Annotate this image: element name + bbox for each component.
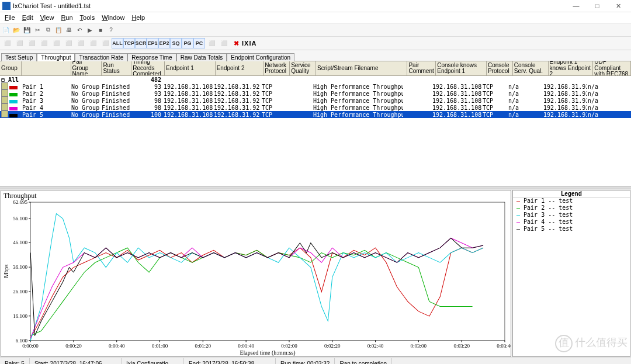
grid-header: Group Pair Group Name Run Status Timing … bbox=[0, 61, 631, 76]
maximize-button[interactable]: □ bbox=[587, 0, 608, 12]
svg-text:Elapsed time (h:mm:ss): Elapsed time (h:mm:ss) bbox=[240, 349, 295, 356]
minimize-button[interactable]: — bbox=[566, 0, 587, 12]
tool-icon[interactable]: ⬜ bbox=[63, 38, 74, 48]
row-allpairs[interactable]: ⊟ All Pairs482 bbox=[0, 76, 631, 83]
svg-rect-0 bbox=[30, 202, 505, 341]
svg-text:0:02:00: 0:02:00 bbox=[281, 343, 297, 349]
svg-text:26.100: 26.100 bbox=[13, 289, 27, 294]
tool-icon[interactable]: ⬜ bbox=[75, 38, 86, 48]
app-icon bbox=[2, 2, 11, 10]
filter-pg[interactable]: PG bbox=[182, 38, 193, 48]
tool-icon[interactable]: ⬜ bbox=[26, 38, 37, 48]
filter-pc[interactable]: PC bbox=[193, 38, 205, 48]
status-runtime: Run time: 00:03:32 bbox=[276, 358, 335, 364]
menu-view[interactable]: View bbox=[37, 14, 58, 21]
filter-all[interactable]: ALL bbox=[112, 38, 123, 48]
tool-icon[interactable]: ⬜ bbox=[87, 38, 99, 48]
status-end: End: 2017/3/28, 16:50:38 bbox=[184, 358, 276, 364]
tab-throughput[interactable]: Throughput bbox=[37, 53, 75, 61]
filter-sq[interactable]: SQ bbox=[170, 38, 182, 48]
col-ek2[interactable]: Endpoint 1 knows Endpoint 2 bbox=[549, 61, 594, 75]
cut-icon[interactable]: ✂ bbox=[33, 25, 42, 34]
toolbar-secondary: ⬜ ⬜ ⬜ ⬜ ⬜ ⬜ ⬜ ⬜ ⬜ ALLTCPSCREP1EP2SQPGPC … bbox=[0, 37, 631, 50]
table-row[interactable]: Pair 5No GroupFinished100192.168.31.1081… bbox=[0, 111, 631, 118]
col-ep1[interactable]: Endpoint 1 bbox=[165, 61, 216, 75]
svg-text:0:00:20: 0:00:20 bbox=[65, 343, 82, 349]
status-pairs: Pairs: 5 bbox=[0, 358, 30, 364]
tab-transaction-rate[interactable]: Transaction Rate bbox=[75, 53, 127, 61]
col-servqual[interactable]: Service Quality bbox=[290, 61, 316, 75]
menu-tools[interactable]: Tools bbox=[77, 14, 99, 21]
col-cknows1[interactable]: Console knows Endpoint 1 bbox=[436, 61, 487, 75]
col-udp[interactable]: UDP Compliant with RFC768 bbox=[593, 61, 631, 75]
tool-icon[interactable]: ⬜ bbox=[99, 38, 111, 48]
legend-item: — Pair 1 -- test bbox=[513, 197, 630, 204]
filter-scr[interactable]: SCR bbox=[135, 38, 147, 48]
tab-raw-data-totals[interactable]: Raw Data Totals bbox=[176, 53, 227, 61]
chart-area[interactable]: Throughput 6.10016.10026.10036.10046.100… bbox=[1, 190, 511, 357]
svg-text:36.100: 36.100 bbox=[13, 264, 27, 270]
undo-icon[interactable]: ↶ bbox=[75, 25, 84, 34]
status-bar: Pairs: 5 Start: 2017/3/28, 16:47:06 Ixia… bbox=[0, 358, 631, 364]
close-button[interactable]: ✕ bbox=[608, 0, 629, 12]
toolbar-primary: 📄 📂 💾 ✂ ⧉ 📋 🖶 ↶ ▶ ■ ? bbox=[0, 23, 631, 37]
legend-item: — Pair 2 -- test bbox=[513, 204, 630, 212]
col-timing[interactable]: Timing Records Completed bbox=[131, 61, 165, 75]
filter-tcp[interactable]: TCP bbox=[123, 38, 135, 48]
menu-window[interactable]: Window bbox=[98, 14, 128, 21]
open-icon[interactable]: 📂 bbox=[12, 25, 21, 34]
help-icon[interactable]: ? bbox=[106, 25, 116, 34]
new-icon[interactable]: 📄 bbox=[1, 25, 11, 34]
grid-body[interactable]: ⊟ All Pairs482Pair 1No GroupFinished9319… bbox=[0, 76, 631, 186]
svg-text:0:01:00: 0:01:00 bbox=[152, 343, 168, 349]
menu-run[interactable]: Run bbox=[57, 14, 76, 21]
table-row[interactable]: Pair 1No GroupFinished93192.168.31.10819… bbox=[0, 83, 631, 90]
copy-icon[interactable]: ⧉ bbox=[43, 25, 53, 34]
tool-icon[interactable]: ⬜ bbox=[38, 38, 50, 48]
legend-title: Legend bbox=[513, 190, 630, 197]
tool-icon[interactable]: ⬜ bbox=[218, 38, 230, 48]
tool-icon[interactable]: ⬜ bbox=[206, 38, 217, 48]
save-icon[interactable]: 💾 bbox=[22, 25, 32, 34]
col-ep2[interactable]: Endpoint 2 bbox=[216, 61, 264, 75]
svg-text:0:01:40: 0:01:40 bbox=[238, 343, 254, 349]
table-row[interactable]: Pair 3No GroupFinished98192.168.31.10819… bbox=[0, 97, 631, 104]
svg-text:16.100: 16.100 bbox=[13, 313, 27, 319]
paste-icon[interactable]: 📋 bbox=[54, 25, 63, 34]
view-tabs: Test SetupThroughputTransaction RateResp… bbox=[0, 50, 631, 61]
tab-response-time[interactable]: Response Time bbox=[127, 53, 176, 61]
svg-text:62.695: 62.695 bbox=[13, 199, 27, 205]
brand-logo: ✖ IXIA bbox=[234, 40, 256, 47]
run-icon[interactable]: ▶ bbox=[85, 25, 95, 34]
svg-text:46.100: 46.100 bbox=[13, 240, 27, 245]
table-row[interactable]: Pair 4No GroupFinished98192.168.31.10819… bbox=[0, 104, 631, 111]
print-icon[interactable]: 🖶 bbox=[64, 25, 74, 34]
tool-icon[interactable]: ⬜ bbox=[50, 38, 62, 48]
col-comment[interactable]: Pair Comment bbox=[407, 61, 436, 75]
filter-ep1[interactable]: EP1 bbox=[147, 38, 158, 48]
col-runstatus[interactable]: Run Status bbox=[102, 61, 131, 75]
col-pairgroup[interactable]: Pair Group Name bbox=[71, 61, 102, 75]
table-row[interactable]: Pair 2No GroupFinished93192.168.31.10819… bbox=[0, 90, 631, 97]
status-ran: Ran to completion bbox=[335, 358, 392, 364]
filter-ep2[interactable]: EP2 bbox=[158, 38, 170, 48]
menu-edit[interactable]: Edit bbox=[19, 14, 37, 21]
col-script[interactable]: Script/Stream Filename bbox=[316, 61, 407, 75]
tab-test-setup[interactable]: Test Setup bbox=[1, 53, 37, 61]
title-bar: IxChariot Test - untitled1.tst — □ ✕ bbox=[0, 0, 631, 12]
tool-icon[interactable]: ⬜ bbox=[13, 38, 25, 48]
svg-text:0:03:20: 0:03:20 bbox=[453, 343, 470, 349]
status-config: Ixia Configuratio bbox=[122, 358, 184, 364]
col-blank[interactable] bbox=[22, 61, 71, 75]
stop-icon[interactable]: ■ bbox=[96, 25, 105, 34]
col-csq[interactable]: Console Serv. Qual. bbox=[513, 61, 549, 75]
tab-endpoint-configuration[interactable]: Endpoint Configuration bbox=[227, 53, 294, 61]
col-cproto[interactable]: Console Protocol bbox=[487, 61, 513, 75]
col-netproto[interactable]: Network Protocol bbox=[264, 61, 290, 75]
menu-file[interactable]: File bbox=[1, 14, 19, 21]
legend-item: — Pair 3 -- test bbox=[513, 212, 630, 219]
col-group[interactable]: Group bbox=[0, 61, 22, 75]
tool-icon[interactable]: ⬜ bbox=[1, 38, 13, 48]
menu-help[interactable]: Help bbox=[128, 14, 148, 21]
legend-item: — Pair 4 -- test bbox=[513, 219, 630, 226]
